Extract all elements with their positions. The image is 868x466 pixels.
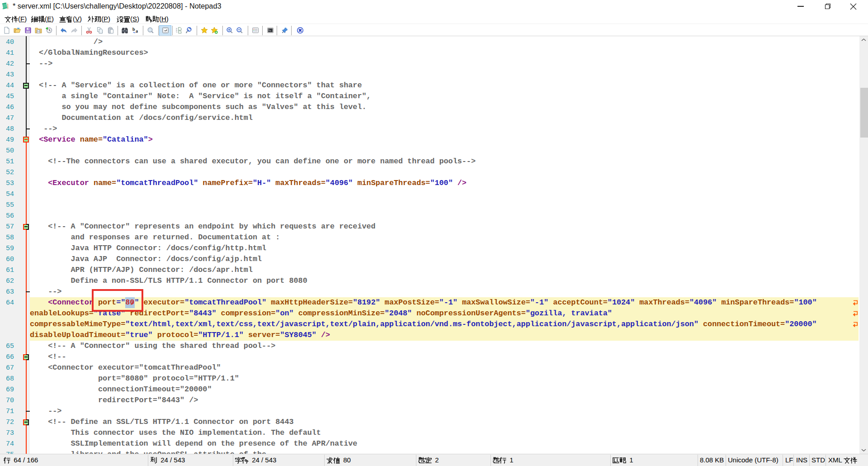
svg-text:a: a: [136, 29, 138, 33]
svg-text:b: b: [132, 27, 135, 32]
